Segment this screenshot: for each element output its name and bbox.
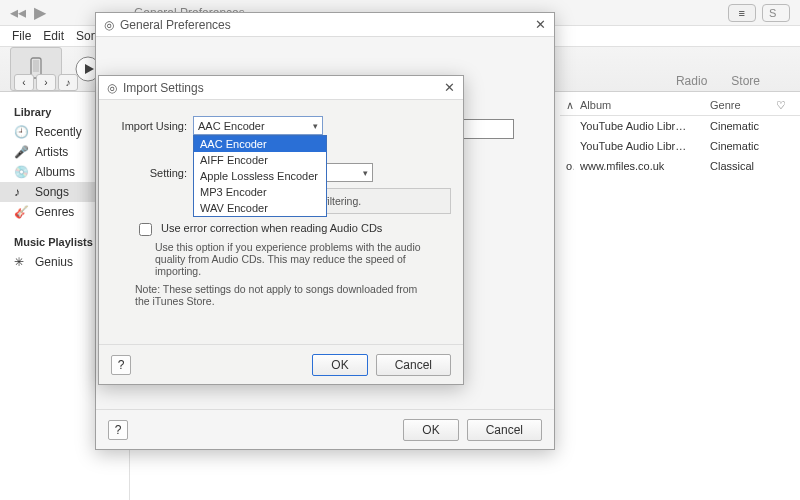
- table-row[interactable]: YouTube Audio Libr…Cinematic: [560, 136, 800, 156]
- col-album[interactable]: Album: [574, 96, 704, 115]
- table-row[interactable]: ov…www.mfiles.co.ukClassical: [560, 156, 800, 176]
- menu-edit[interactable]: Edit: [43, 29, 64, 43]
- error-correction-label: Use error correction when reading Audio …: [161, 222, 382, 234]
- tab-radio[interactable]: Radio: [676, 74, 707, 88]
- error-correction-checkbox[interactable]: [139, 223, 152, 236]
- close-icon[interactable]: ✕: [535, 17, 546, 32]
- nav-tabs: Radio Store: [676, 74, 760, 88]
- window-icon: ◎: [107, 81, 117, 95]
- note-icon: ♪: [14, 185, 28, 199]
- setting-label: Setting:: [115, 167, 187, 179]
- help-button[interactable]: ?: [108, 420, 128, 440]
- music-mini-icon[interactable]: ♪: [58, 74, 78, 91]
- table-row[interactable]: YouTube Audio Libr…Cinematic: [560, 116, 800, 136]
- tab-store[interactable]: Store: [731, 74, 760, 88]
- itunes-store-note: Note: These settings do not apply to son…: [135, 283, 425, 307]
- forward-button[interactable]: ›: [36, 74, 56, 91]
- ok-button[interactable]: OK: [312, 354, 367, 376]
- general-preferences-title: General Preferences: [120, 18, 231, 32]
- import-settings-title: Import Settings: [123, 81, 204, 95]
- mic-icon: 🎤: [14, 145, 28, 159]
- help-button[interactable]: ?: [111, 355, 131, 375]
- col-sort-icon[interactable]: ∧: [560, 96, 574, 115]
- prev-track-icon[interactable]: ◂◂: [10, 3, 26, 22]
- import-using-label: Import Using:: [115, 120, 187, 132]
- encoder-option[interactable]: WAV Encoder: [194, 200, 326, 216]
- track-table: ∧ Album Genre ♡ YouTube Audio Libr…Cinem…: [560, 96, 800, 176]
- window-icon: ◎: [104, 18, 114, 32]
- encoder-option[interactable]: Apple Lossless Encoder: [194, 168, 326, 184]
- ok-button[interactable]: OK: [403, 419, 458, 441]
- guitar-icon: 🎸: [14, 205, 28, 219]
- search-input[interactable]: S: [762, 4, 790, 22]
- encoder-option[interactable]: AAC Encoder: [194, 136, 326, 152]
- chevron-down-icon: ▾: [313, 121, 318, 131]
- disc-icon: 💿: [14, 165, 28, 179]
- clock-icon: 🕘: [14, 125, 28, 139]
- menu-file[interactable]: File: [12, 29, 31, 43]
- error-correction-subtext: Use this option if you experience proble…: [155, 241, 425, 277]
- play-icon[interactable]: ▶: [34, 3, 46, 22]
- svg-rect-1: [33, 60, 39, 72]
- import-using-value: AAC Encoder: [198, 120, 265, 132]
- import-using-combo[interactable]: AAC Encoder ▾ AAC Encoder AIFF Encoder A…: [193, 116, 323, 135]
- import-settings-dialog: ◎ Import Settings ✕ Import Using: AAC En…: [98, 75, 464, 385]
- col-heart-icon[interactable]: ♡: [770, 96, 786, 115]
- genius-icon: ✳: [14, 255, 28, 269]
- col-genre[interactable]: Genre: [704, 96, 770, 115]
- list-view-button[interactable]: ≡: [728, 4, 756, 22]
- encoder-dropdown: AAC Encoder AIFF Encoder Apple Lossless …: [193, 135, 327, 217]
- encoder-option[interactable]: AIFF Encoder: [194, 152, 326, 168]
- cancel-button[interactable]: Cancel: [467, 419, 542, 441]
- back-button[interactable]: ‹: [14, 74, 34, 91]
- encoder-option[interactable]: MP3 Encoder: [194, 184, 326, 200]
- close-icon[interactable]: ✕: [444, 80, 455, 95]
- cancel-button[interactable]: Cancel: [376, 354, 451, 376]
- chevron-down-icon: ▾: [363, 168, 368, 178]
